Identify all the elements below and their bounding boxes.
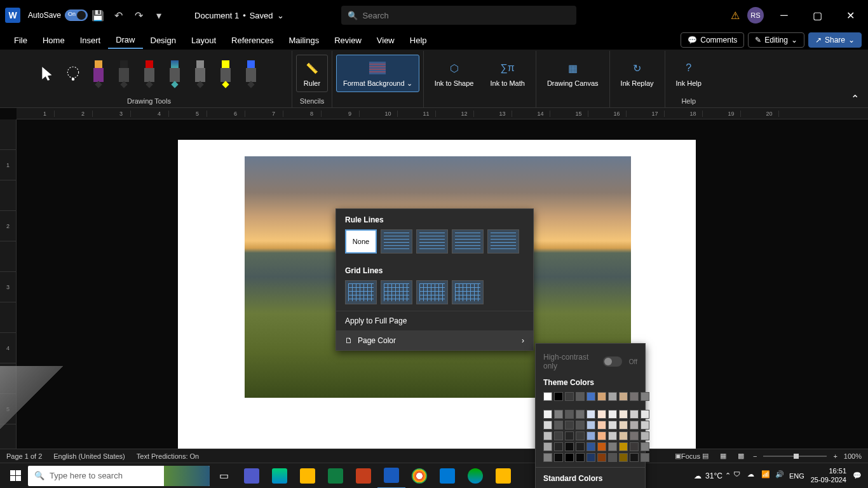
drawing-canvas-button[interactable]: ▦Drawing Canvas	[540, 55, 606, 92]
language-indicator[interactable]: English (United States)	[53, 452, 125, 460]
color-swatch[interactable]	[576, 421, 585, 430]
tray-wifi-icon[interactable]: 📶	[761, 470, 773, 482]
qat-customize-icon[interactable]: ▾	[153, 9, 165, 22]
tab-mailings[interactable]: Mailings	[281, 32, 327, 48]
color-swatch[interactable]	[576, 410, 585, 419]
color-swatch[interactable]	[641, 392, 649, 401]
rule-lines-none[interactable]: None	[345, 229, 377, 254]
redo-icon[interactable]: ↷	[132, 9, 145, 22]
pen-black[interactable]	[112, 55, 135, 93]
focus-mode-button[interactable]: ▣ Focus	[682, 451, 693, 462]
color-swatch[interactable]	[619, 392, 628, 401]
ink-replay-button[interactable]: ↻Ink Replay	[614, 55, 661, 92]
zoom-slider[interactable]	[763, 456, 827, 457]
color-swatch[interactable]	[543, 421, 552, 430]
ink-to-shape-button[interactable]: ⬡Ink to Shape	[428, 55, 481, 92]
grid-small[interactable]	[345, 280, 377, 304]
notifications-icon[interactable]: 💬	[853, 471, 862, 480]
chrome-app-icon[interactable]	[405, 463, 433, 489]
rule-lines-narrow[interactable]	[381, 229, 412, 254]
color-swatch[interactable]	[630, 431, 639, 440]
color-swatch[interactable]	[619, 442, 628, 451]
ruler-button[interactable]: 📏 Ruler	[296, 55, 328, 92]
tab-help[interactable]: Help	[402, 32, 435, 48]
color-swatch[interactable]	[587, 392, 595, 401]
color-swatch[interactable]	[565, 392, 574, 401]
tab-insert[interactable]: Insert	[72, 32, 109, 48]
web-layout-button[interactable]: ▩	[735, 451, 747, 462]
rule-lines-college[interactable]	[416, 229, 448, 254]
grid-large[interactable]	[416, 280, 448, 304]
collapse-ribbon-button[interactable]: ⌃	[848, 90, 862, 107]
print-layout-button[interactable]: ▦	[717, 451, 729, 462]
user-avatar[interactable]: RS	[747, 7, 764, 24]
document-canvas[interactable]: 1234567891011121314151617181920 12345678…	[0, 108, 868, 482]
pencil-gray[interactable]	[189, 55, 212, 93]
tray-onedrive-icon[interactable]: ☁	[747, 470, 759, 482]
color-swatch[interactable]	[608, 392, 617, 401]
tray-security-icon[interactable]: 🛡	[733, 470, 745, 482]
apply-full-page-item[interactable]: Apply to Full Page	[336, 311, 533, 330]
color-swatch[interactable]	[630, 392, 639, 401]
read-mode-button[interactable]: ▤	[700, 451, 711, 462]
color-swatch[interactable]	[619, 410, 628, 419]
rule-lines-standard[interactable]	[452, 229, 484, 254]
outlook-app-icon[interactable]	[433, 463, 461, 489]
zoom-out-button[interactable]: −	[753, 452, 757, 460]
color-swatch[interactable]	[597, 442, 606, 451]
rule-lines-wide[interactable]	[487, 229, 519, 254]
tab-review[interactable]: Review	[327, 32, 369, 48]
start-button[interactable]	[3, 463, 28, 489]
pen-red[interactable]	[138, 55, 161, 93]
color-swatch[interactable]	[554, 392, 563, 401]
pen-galaxy[interactable]	[163, 55, 186, 93]
color-swatch[interactable]	[619, 431, 628, 440]
color-swatch[interactable]	[608, 410, 617, 419]
color-swatch[interactable]	[597, 453, 606, 462]
format-background-button[interactable]: Format Background ⌄	[336, 55, 419, 92]
select-tool[interactable]	[36, 55, 59, 93]
minimize-button[interactable]: ─	[771, 6, 797, 25]
color-swatch[interactable]	[587, 421, 595, 430]
pen-yellow-purple[interactable]	[87, 55, 110, 93]
tab-home[interactable]: Home	[35, 32, 72, 48]
word-app-icon[interactable]	[377, 463, 405, 489]
tab-view[interactable]: View	[369, 32, 402, 48]
grid-xlarge[interactable]	[452, 280, 484, 304]
excel-app-icon[interactable]	[322, 463, 349, 489]
color-swatch[interactable]	[554, 442, 563, 451]
tray-chevron-icon[interactable]: ⌃	[725, 471, 731, 480]
color-swatch[interactable]	[587, 442, 595, 451]
explorer-app-icon[interactable]	[294, 463, 322, 489]
color-swatch[interactable]	[608, 442, 617, 451]
tab-references[interactable]: References	[224, 32, 281, 48]
color-swatch[interactable]	[630, 442, 639, 451]
color-swatch[interactable]	[565, 431, 574, 440]
color-swatch[interactable]	[641, 453, 649, 462]
color-swatch[interactable]	[608, 453, 617, 462]
tray-clock[interactable]: 16:51 25-09-2024	[811, 467, 846, 484]
color-swatch[interactable]	[565, 410, 574, 419]
color-swatch[interactable]	[630, 421, 639, 430]
lasso-tool[interactable]	[62, 55, 85, 93]
share-button[interactable]: ↗Share⌄	[808, 32, 862, 48]
color-swatch[interactable]	[554, 410, 563, 419]
powerpoint-app-icon[interactable]	[349, 463, 377, 489]
color-swatch[interactable]	[554, 421, 563, 430]
color-swatch[interactable]	[597, 392, 606, 401]
weather-widget[interactable]: ☁31°C	[694, 471, 722, 480]
color-swatch[interactable]	[630, 453, 639, 462]
color-swatch[interactable]	[641, 410, 649, 419]
color-swatch[interactable]	[543, 431, 552, 440]
color-swatch[interactable]	[565, 442, 574, 451]
tab-design[interactable]: Design	[143, 32, 184, 48]
color-swatch[interactable]	[619, 421, 628, 430]
tray-language[interactable]: ENG	[789, 472, 804, 480]
search-input[interactable]: 🔍 Search	[341, 6, 576, 25]
editing-mode-button[interactable]: ✎Editing⌄	[748, 32, 804, 48]
maximize-button[interactable]: ▢	[804, 6, 830, 25]
color-swatch[interactable]	[587, 410, 595, 419]
color-swatch[interactable]	[597, 431, 606, 440]
page-count[interactable]: Page 1 of 2	[6, 452, 42, 460]
color-swatch[interactable]	[576, 392, 585, 401]
